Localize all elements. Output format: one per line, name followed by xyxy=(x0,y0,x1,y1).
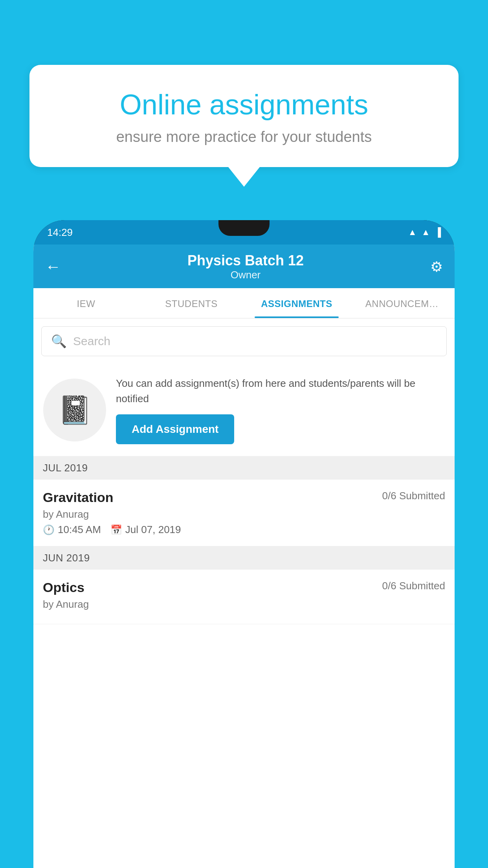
promo-text-area: You can add assignment(s) from here and … xyxy=(116,376,445,444)
add-assignment-button[interactable]: Add Assignment xyxy=(116,414,234,444)
meta-date-gravitation: 📅 Jul 07, 2019 xyxy=(110,524,181,536)
settings-button[interactable]: ⚙ xyxy=(430,259,443,275)
search-icon: 🔍 xyxy=(51,334,67,349)
status-icons: ▲ ▲ ▐ xyxy=(408,227,441,237)
header-title-group: Physics Batch 12 Owner xyxy=(187,252,304,281)
assignment-submitted-optics: 0/6 Submitted xyxy=(382,580,445,592)
app-header: ← Physics Batch 12 Owner ⚙ xyxy=(33,245,455,288)
speech-bubble-subtitle: ensure more practice for your students xyxy=(57,129,431,145)
assignment-name-gravitation: Gravitation xyxy=(43,490,113,505)
phone-notch xyxy=(218,220,270,236)
promo-icon-circle: 📓 xyxy=(43,379,106,441)
assignment-by-gravitation: by Anurag xyxy=(43,508,445,520)
batch-subtitle: Owner xyxy=(187,269,304,281)
assignment-top-row: Gravitation 0/6 Submitted xyxy=(43,490,445,505)
meta-time-gravitation: 🕐 10:45 AM xyxy=(43,524,101,536)
back-button[interactable]: ← xyxy=(45,258,61,276)
assignment-time-gravitation: 10:45 AM xyxy=(58,524,101,536)
speech-bubble-arrow xyxy=(228,167,260,187)
promo-section: 📓 You can add assignment(s) from here an… xyxy=(33,364,455,456)
tab-students[interactable]: STUDENTS xyxy=(139,288,244,318)
clock-icon: 🕐 xyxy=(43,524,55,535)
assignment-date-gravitation: Jul 07, 2019 xyxy=(125,524,181,536)
assignment-submitted-gravitation: 0/6 Submitted xyxy=(382,490,445,502)
speech-bubble: Online assignments ensure more practice … xyxy=(29,65,459,167)
notebook-icon: 📓 xyxy=(58,394,92,426)
search-placeholder: Search xyxy=(73,335,110,348)
battery-icon: ▐ xyxy=(435,227,441,237)
tab-announcements[interactable]: ANNOUNCEM… xyxy=(349,288,455,318)
promo-description: You can add assignment(s) from here and … xyxy=(116,376,445,406)
content-area: 🔍 Search 📓 You can add assignment(s) fro… xyxy=(33,318,455,868)
tab-iew[interactable]: IEW xyxy=(33,288,139,318)
wifi-icon: ▲ xyxy=(408,227,417,237)
batch-title: Physics Batch 12 xyxy=(187,252,304,269)
search-container: 🔍 Search xyxy=(33,318,455,364)
assignment-meta-gravitation: 🕐 10:45 AM 📅 Jul 07, 2019 xyxy=(43,524,445,536)
assignment-item-gravitation[interactable]: Gravitation 0/6 Submitted by Anurag 🕐 10… xyxy=(33,480,455,546)
speech-bubble-title: Online assignments xyxy=(57,88,431,121)
speech-bubble-container: Online assignments ensure more practice … xyxy=(29,65,459,187)
signal-icon: ▲ xyxy=(422,227,430,237)
search-bar[interactable]: 🔍 Search xyxy=(41,326,447,356)
assignment-top-row-optics: Optics 0/6 Submitted xyxy=(43,580,445,595)
phone-screen: ← Physics Batch 12 Owner ⚙ IEW STUDENTS … xyxy=(33,245,455,868)
phone-frame: 14:29 ▲ ▲ ▐ ← Physics Batch 12 Owner ⚙ I… xyxy=(33,220,455,868)
tabs-bar: IEW STUDENTS ASSIGNMENTS ANNOUNCEM… xyxy=(33,288,455,318)
assignment-name-optics: Optics xyxy=(43,580,84,595)
tab-assignments[interactable]: ASSIGNMENTS xyxy=(244,288,349,318)
section-header-jul: JUL 2019 xyxy=(33,456,455,480)
assignment-by-optics: by Anurag xyxy=(43,598,445,611)
calendar-icon: 📅 xyxy=(110,524,122,535)
section-header-jun: JUN 2019 xyxy=(33,546,455,570)
assignment-item-optics[interactable]: Optics 0/6 Submitted by Anurag xyxy=(33,570,455,624)
